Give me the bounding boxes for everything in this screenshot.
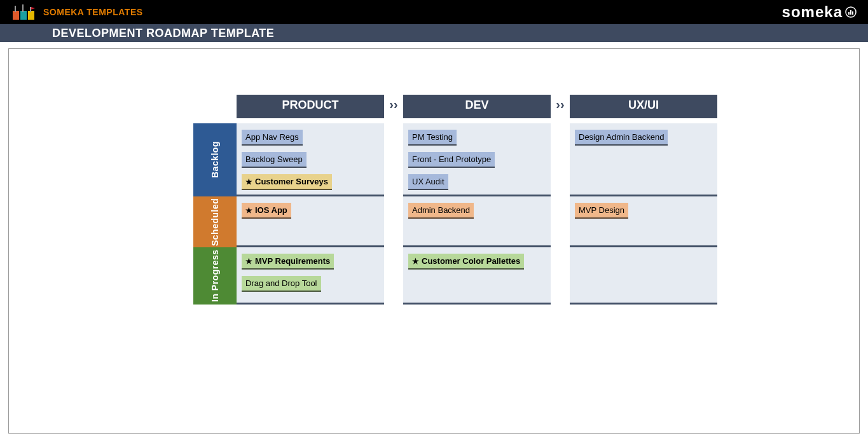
roadmap-item[interactable]: Admin Backend — [408, 203, 474, 219]
chevron-icon: ›› — [384, 95, 403, 118]
svg-rect-8 — [850, 10, 851, 15]
roadmap-item[interactable]: MVP Requirements — [242, 254, 334, 270]
roadmap-item[interactable]: MVP Design — [575, 203, 628, 219]
page-title: DEVELOPMENT ROADMAP TEMPLATE — [52, 27, 274, 40]
svg-rect-9 — [852, 11, 853, 15]
cell-progress-product: MVP RequirementsDrag and Drop Tool — [237, 247, 384, 305]
page-title-bar: DEVELOPMENT ROADMAP TEMPLATE — [0, 24, 868, 42]
canvas-wrapper: PRODUCT››DEV››UX/UIBacklogApp Nav RegsBa… — [0, 42, 868, 434]
svg-rect-3 — [15, 6, 16, 12]
column-gap — [384, 196, 403, 247]
row-leading-blank — [9, 123, 193, 196]
roadmap-item[interactable]: Front - End Prototype — [408, 152, 495, 168]
column-header-uxui: UX/UI — [570, 95, 717, 118]
cell-scheduled-product: IOS App — [237, 196, 384, 247]
cell-scheduled-dev: Admin Backend — [403, 196, 551, 247]
svg-rect-5 — [30, 7, 31, 12]
roadmap-item[interactable]: Design Admin Backend — [575, 130, 668, 146]
brand-logo-icon — [11, 3, 37, 21]
roadmap-grid: PRODUCT››DEV››UX/UIBacklogApp Nav RegsBa… — [9, 95, 859, 305]
chevron-icon: ›› — [551, 95, 570, 118]
row-label-backlog: Backlog — [193, 123, 237, 196]
brand-logo-text: someka — [782, 3, 857, 21]
brand-block: SOMEKA TEMPLATES — [11, 3, 143, 21]
svg-rect-1 — [20, 11, 27, 20]
roadmap-item[interactable]: PM Testing — [408, 130, 457, 146]
roadmap-item[interactable]: Customer Surveys — [242, 174, 332, 190]
column-gap — [384, 247, 403, 305]
cell-backlog-uxui: Design Admin Backend — [570, 123, 717, 196]
cell-backlog-product: App Nav RegsBacklog SweepCustomer Survey… — [237, 123, 384, 196]
column-gap — [551, 196, 570, 247]
brand-logo-label: someka — [782, 3, 843, 21]
column-gap — [384, 123, 403, 196]
roadmap-item[interactable]: UX Audit — [408, 174, 448, 190]
row-label-scheduled: Scheduled — [193, 196, 237, 247]
roadmap-item[interactable]: IOS App — [242, 203, 291, 219]
svg-rect-4 — [22, 4, 24, 12]
roadmap-item[interactable]: Drag and Drop Tool — [242, 276, 321, 292]
row-leading-blank — [9, 196, 193, 247]
svg-rect-2 — [28, 11, 34, 20]
cell-scheduled-uxui: MVP Design — [570, 196, 717, 247]
cell-backlog-dev: PM TestingFront - End PrototypeUX Audit — [403, 123, 551, 196]
cell-progress-uxui — [570, 247, 717, 305]
column-header-dev: DEV — [403, 95, 551, 118]
row-leading-blank — [9, 247, 193, 305]
roadmap-item[interactable]: App Nav Regs — [242, 130, 303, 146]
column-gap — [551, 123, 570, 196]
roadmap-item[interactable]: Backlog Sweep — [242, 152, 307, 168]
cell-progress-dev: Customer Color Pallettes — [403, 247, 551, 305]
svg-rect-7 — [848, 12, 850, 15]
row-label-progress: In Progress — [193, 247, 237, 305]
top-bar: SOMEKA TEMPLATES someka — [0, 0, 868, 24]
canvas: PRODUCT››DEV››UX/UIBacklogApp Nav RegsBa… — [8, 48, 860, 434]
header-gap — [9, 118, 717, 123]
brand-name: SOMEKA TEMPLATES — [43, 7, 143, 17]
column-gap — [551, 247, 570, 305]
roadmap-item[interactable]: Customer Color Pallettes — [408, 254, 524, 270]
brand-logo-mark — [845, 6, 857, 18]
column-header-product: PRODUCT — [237, 95, 384, 118]
svg-rect-0 — [13, 11, 19, 20]
header-leading-blank — [9, 95, 237, 118]
